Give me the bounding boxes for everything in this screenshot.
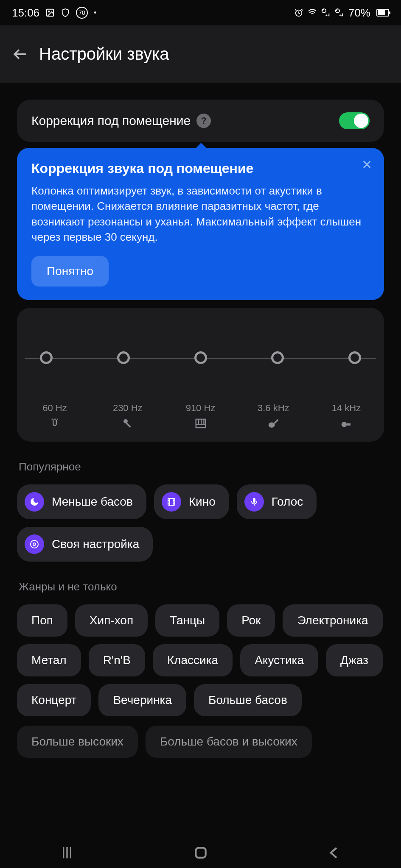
back-arrow-icon[interactable] (12, 46, 28, 62)
room-correction-label: Коррекция под помещение (31, 114, 191, 128)
svg-point-11 (31, 540, 38, 548)
svg-point-8 (342, 422, 347, 427)
chip-label: Голос (272, 495, 303, 509)
film-icon (162, 492, 181, 512)
disc-icon (25, 534, 44, 554)
mic2-icon (244, 492, 264, 512)
dot-icon: • (94, 8, 96, 17)
status-badge: 70 (76, 7, 88, 19)
eq-thumb-910hz[interactable] (194, 351, 207, 364)
eq-freq-label: 60 Hz (42, 403, 67, 414)
svg-point-12 (33, 543, 36, 545)
bottom-row: Больше высоких Больше басов и высоких (17, 726, 384, 758)
wifi-icon (308, 8, 317, 17)
moon-icon (25, 492, 44, 512)
status-bar: 15:06 70 • 70% (0, 0, 401, 25)
image-icon (45, 8, 55, 17)
battery-icon (376, 9, 389, 17)
eq-freq-label: 230 Hz (113, 403, 143, 414)
piano-icon (194, 417, 207, 430)
equalizer: 60 Hz 230 Hz 910 Hz 3.6 kHz 14 kHz (17, 308, 384, 442)
nav-recents-icon[interactable] (59, 844, 76, 861)
eq-band: 14 kHz (327, 403, 365, 430)
eq-freq-label: 14 kHz (332, 403, 361, 414)
close-icon[interactable]: ✕ (362, 157, 372, 172)
preset-less-bass[interactable]: Меньше басов (17, 484, 146, 519)
status-left: 15:06 70 • (12, 6, 96, 19)
room-correction-toggle[interactable] (339, 112, 370, 129)
eq-freq-label: 3.6 kHz (258, 403, 289, 414)
status-right: 70% (294, 6, 389, 19)
sim2-icon (335, 8, 344, 17)
genre-jazz[interactable]: Джаз (326, 644, 383, 676)
svg-point-1 (48, 11, 50, 12)
tooltip-body: Колонка оптимизирует звук, в зависимости… (31, 183, 370, 245)
genre-classic[interactable]: Классика (153, 644, 233, 676)
tuba-icon (48, 417, 61, 430)
mic-icon (121, 417, 134, 430)
eq-thumb-230hz[interactable] (117, 351, 130, 364)
genre-hiphop[interactable]: Хип-хоп (75, 604, 148, 637)
genre-electronic[interactable]: Электроника (283, 604, 382, 637)
alarm-icon (294, 8, 303, 17)
svg-rect-13 (196, 848, 205, 857)
preset-custom[interactable]: Своя настройка (17, 527, 153, 562)
sim1-icon (321, 8, 331, 17)
tooltip: ✕ Коррекция звука под помещение Колонка … (17, 148, 384, 300)
preset-more-highs[interactable]: Больше высоких (17, 726, 138, 758)
genre-concert[interactable]: Концерт (17, 684, 91, 716)
preset-more-bass-highs[interactable]: Больше басов и высоких (146, 726, 312, 758)
chip-label: Кино (189, 495, 216, 509)
genre-morebass[interactable]: Больше басов (194, 684, 302, 716)
genre-party[interactable]: Вечеринка (98, 684, 186, 716)
chip-label: Меньше басов (52, 495, 133, 509)
whistle-icon (340, 417, 353, 430)
eq-band: 910 Hz (182, 403, 220, 430)
eq-thumb-14khz[interactable] (348, 351, 361, 364)
svg-rect-9 (168, 498, 175, 505)
eq-band: 3.6 kHz (254, 403, 292, 430)
genre-metal[interactable]: Метал (17, 644, 81, 676)
guitar-icon (267, 417, 280, 430)
genre-dance[interactable]: Танцы (155, 604, 219, 637)
genre-acoustic[interactable]: Акустика (240, 644, 318, 676)
popular-title: Популярное (19, 460, 384, 473)
battery-pct: 70% (348, 6, 370, 19)
nav-back-icon[interactable] (326, 844, 343, 861)
android-nav (0, 837, 401, 868)
preset-cinema[interactable]: Кино (154, 484, 229, 519)
genre-rock[interactable]: Рок (227, 604, 275, 637)
eq-band: 230 Hz (109, 403, 147, 430)
svg-rect-10 (253, 498, 255, 503)
preset-voice[interactable]: Голос (237, 484, 317, 519)
eq-thumb-60hz[interactable] (40, 351, 53, 364)
help-icon[interactable]: ? (196, 114, 211, 128)
tooltip-ok-button[interactable]: Понятно (31, 256, 109, 287)
eq-band: 60 Hz (36, 403, 74, 430)
status-time: 15:06 (12, 6, 39, 19)
shield-icon (61, 8, 70, 17)
svg-point-7 (269, 422, 275, 428)
nav-home-icon[interactable] (192, 844, 209, 861)
popular-chips: Меньше басов Кино Голос Своя настройка (17, 484, 384, 562)
chip-label: Своя настройка (52, 537, 139, 551)
eq-thumb-3.6khz[interactable] (271, 351, 284, 364)
eq-freq-label: 910 Hz (186, 403, 216, 414)
genre-rnb[interactable]: R'n'B (89, 644, 145, 676)
page-title: Настройки звука (39, 45, 169, 64)
tooltip-title: Коррекция звука под помещение (31, 161, 370, 176)
genres-title: Жанры и не только (19, 580, 384, 593)
genre-pop[interactable]: Поп (17, 604, 67, 637)
header: Настройки звука (0, 25, 401, 83)
room-correction-card: Коррекция под помещение ? (17, 100, 384, 142)
genre-chips: Поп Хип-хоп Танцы Рок Электроника Метал … (17, 604, 384, 716)
